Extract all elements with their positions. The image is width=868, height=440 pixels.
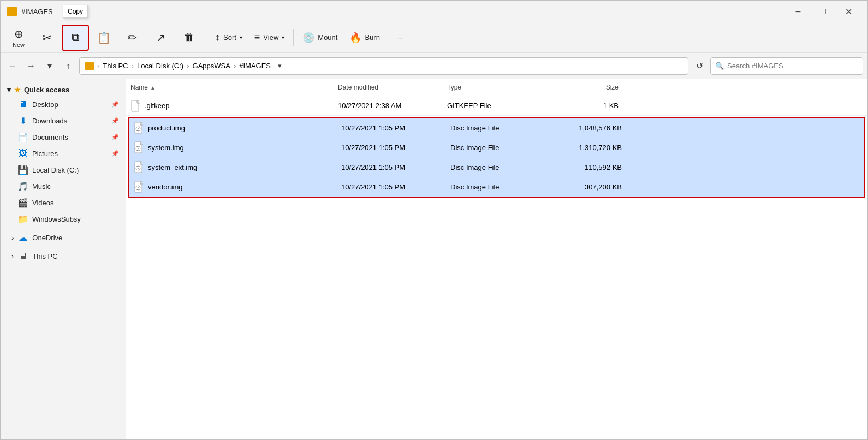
file-row-product-img[interactable]: product.img 10/27/2021 1:05 PM Disc Imag… — [129, 118, 864, 138]
copy-button[interactable]: ⧉ — [62, 25, 89, 51]
file-list-header: Name ▲ Date modified Type Size — [126, 79, 867, 96]
folder-title-icon — [7, 7, 17, 16]
search-icon: 🔍 — [715, 62, 724, 70]
file-row-system-img[interactable]: system.img 10/27/2021 1:05 PM Disc Image… — [129, 138, 864, 157]
burn-icon: 🔥 — [349, 32, 361, 44]
path-images[interactable]: #IMAGES — [239, 62, 271, 70]
address-bar: ← → ▾ ↑ › This PC › Local Disk (C:) › GA… — [1, 53, 867, 79]
back-button[interactable]: ← — [5, 58, 20, 74]
desktop-icon: 🖥 — [18, 99, 28, 109]
sidebar-section-thispc: › 🖥 This PC — [1, 248, 126, 264]
column-size-header[interactable]: Size — [541, 81, 623, 93]
file-icon-vendor-img — [134, 181, 145, 193]
view-button[interactable]: ≡ View ▾ — [249, 25, 290, 51]
sidebar-item-music[interactable]: 🎵 Music — [1, 178, 126, 194]
path-gappswsa[interactable]: GAppsWSA — [193, 62, 230, 70]
path-dropdown-button[interactable]: ▾ — [274, 61, 285, 72]
path-sep-4: › — [234, 62, 236, 70]
view-chevron-icon: ▾ — [282, 34, 284, 40]
paste-button[interactable]: 📋 — [90, 25, 117, 51]
new-icon: ⊕ — [14, 27, 23, 40]
address-path[interactable]: › This PC › Local Disk (C:) › GAppsWSA ›… — [79, 57, 688, 75]
more-button[interactable]: ··· — [387, 25, 414, 51]
column-name-header[interactable]: Name ▲ — [126, 81, 334, 93]
copy-button-wrapper: Copy ⧉ — [62, 25, 89, 51]
sort-button[interactable]: ↕ Sort ▾ — [210, 25, 248, 51]
quickaccess-chevron-icon: ▾ — [7, 86, 11, 94]
file-row-vendor-img[interactable]: vendor.img 10/27/2021 1:05 PM Disc Image… — [129, 177, 864, 197]
sidebar-item-documents[interactable]: 📄 Documents 📌 — [1, 129, 126, 145]
sidebar-music-label: Music — [32, 182, 51, 191]
sidebar-thispc-label: This PC — [32, 252, 57, 260]
sidebar-section-quickaccess: ▾ ★ Quick access 🖥 Desktop 📌 ⬇ Downloads… — [1, 84, 126, 227]
sidebar-documents-label: Documents — [32, 133, 68, 141]
rename-button[interactable]: ✏ — [118, 25, 146, 51]
sidebar-localdisk-label: Local Disk (C:) — [32, 166, 79, 174]
path-sep-2: › — [132, 62, 134, 70]
path-localdisk[interactable]: Local Disk (C:) — [137, 62, 183, 70]
minimize-button[interactable]: – — [786, 3, 811, 20]
sidebar-item-videos[interactable]: 🎬 Videos — [1, 194, 126, 211]
onedrive-icon: ☁ — [18, 233, 28, 242]
recent-locations-button[interactable]: ▾ — [42, 58, 57, 74]
column-date-header[interactable]: Date modified — [334, 81, 443, 93]
sidebar-item-localdisk[interactable]: 💾 Local Disk (C:) — [1, 162, 126, 178]
file-name-gitkeep: .gitkeep — [126, 100, 334, 112]
col-name-label: Name — [130, 84, 148, 91]
path-thispc[interactable]: This PC — [103, 62, 128, 70]
videos-icon: 🎬 — [18, 198, 28, 207]
burn-button[interactable]: 🔥 Burn — [344, 25, 385, 51]
sidebar-onedrive-item[interactable]: › ☁ OneDrive — [1, 229, 126, 246]
column-type-header[interactable]: Type — [443, 81, 541, 93]
col-type-label: Type — [447, 84, 461, 91]
sidebar-windowssubsy-label: WindowsSubsy — [32, 215, 81, 223]
close-button[interactable]: ✕ — [836, 3, 861, 20]
file-size-system-img: 1,310,720 KB — [544, 144, 626, 152]
sidebar-item-pictures[interactable]: 🖼 Pictures 📌 — [1, 145, 126, 162]
path-sep-3: › — [187, 62, 189, 70]
sidebar-pictures-label: Pictures — [32, 150, 58, 158]
copy-tooltip: Copy — [63, 5, 88, 18]
sidebar-item-desktop[interactable]: 🖥 Desktop 📌 — [1, 96, 126, 112]
file-date-system-ext-img: 10/27/2021 1:05 PM — [337, 163, 446, 171]
view-label: View — [263, 33, 278, 41]
sidebar-thispc-item[interactable]: › 🖥 This PC — [1, 248, 126, 264]
file-name-system-ext-img: system_ext.img — [129, 161, 337, 173]
sidebar-item-downloads[interactable]: ⬇ Downloads 📌 — [1, 112, 126, 129]
sidebar-downloads-label: Downloads — [32, 117, 67, 125]
downloads-icon: ⬇ — [18, 116, 28, 126]
file-icon-system-ext-img — [134, 161, 145, 173]
main-content: ▾ ★ Quick access 🖥 Desktop 📌 ⬇ Downloads… — [1, 79, 867, 439]
up-button[interactable]: ↑ — [61, 58, 76, 74]
share-button[interactable]: ↗ — [147, 25, 174, 51]
forward-button[interactable]: → — [23, 58, 39, 74]
sidebar-quickaccess-header[interactable]: ▾ ★ Quick access — [1, 84, 126, 96]
file-row-gitkeep[interactable]: .gitkeep 10/27/2021 2:38 AM GITKEEP File… — [126, 96, 867, 116]
file-type-system-ext-img: Disc Image File — [446, 163, 544, 171]
local-disk-icon: 💾 — [18, 165, 28, 175]
maximize-button[interactable]: □ — [811, 3, 836, 20]
search-input[interactable] — [727, 62, 858, 70]
col-size-label: Size — [606, 84, 619, 91]
scissors-icon: ✂ — [43, 31, 52, 44]
sidebar-item-windowssubsy[interactable]: 📁 WindowsSubsy — [1, 211, 126, 227]
file-date-gitkeep: 10/27/2021 2:38 AM — [334, 102, 443, 110]
refresh-button[interactable]: ↺ — [692, 58, 707, 74]
expand-chevron-icon: › — [11, 234, 14, 242]
file-date-product-img: 10/27/2021 1:05 PM — [337, 124, 446, 132]
file-date-vendor-img: 10/27/2021 1:05 PM — [337, 183, 446, 191]
search-box[interactable]: 🔍 — [710, 57, 863, 75]
sidebar-videos-label: Videos — [32, 199, 54, 207]
file-row-system-ext-img[interactable]: system_ext.img 10/27/2021 1:05 PM Disc I… — [129, 157, 864, 177]
delete-button[interactable]: 🗑 — [175, 25, 203, 51]
thispc-expand-chevron-icon: › — [11, 252, 14, 260]
new-button[interactable]: ⊕ New — [5, 25, 32, 51]
file-icon-system-img — [134, 141, 145, 153]
mount-button[interactable]: 💿 Mount — [297, 25, 343, 51]
toolbar: ⊕ New ✂ Copy ⧉ 📋 ✏ ↗ 🗑 — [1, 22, 867, 53]
cut-button[interactable]: ✂ — [33, 25, 61, 51]
pin-icon-downloads: 📌 — [111, 117, 119, 124]
sort-chevron-icon: ▾ — [240, 34, 242, 40]
window-controls: – □ ✕ — [786, 3, 861, 20]
file-type-system-img: Disc Image File — [446, 144, 544, 152]
